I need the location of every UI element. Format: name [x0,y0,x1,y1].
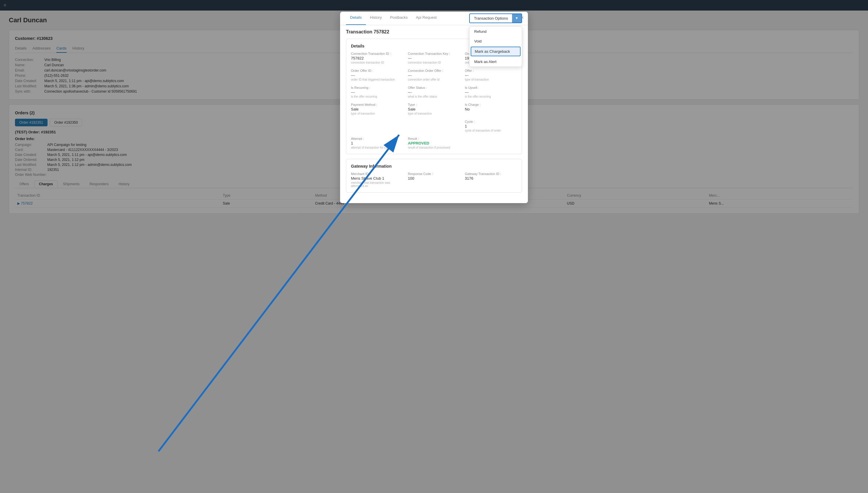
value-payment-method: Sale [351,107,403,111]
field-payment-method: Payment Method : Sale type of transactio… [351,103,403,115]
modal-title: Transaction 757822 [346,29,389,35]
value-gateway-trans-id: 3176 [465,176,517,180]
label-connection-trans-id: Connection Transaction ID : [351,52,403,56]
modal-tab-postbacks[interactable]: Postbacks [386,12,412,25]
sub-is-upsell: is the offer recurring [465,95,517,98]
label-gateway-trans-id: Gateway Transaction ID : [465,172,517,176]
label-offer-status: Offer Status : [408,86,460,89]
sub-offer-status: what is the offer status [408,95,460,98]
modal-tabs: Details History Postbacks Api Request Tr… [340,12,528,25]
field-attempt: Attempt : 1 attempt of transaction for c… [351,137,403,149]
sub-cycle: cycle of transaction of order [465,129,517,132]
value-is-recurring: --- [351,90,403,94]
value-offer-status: --- [408,90,460,94]
label-merchant-id: Merchant ID : [351,172,403,176]
sub-attempt: attempt of transaction for cycle [351,146,403,149]
field-cycle-placeholder1 [351,120,403,132]
field-response-code: Response Code : 100 [408,172,460,188]
label-connection-order-offer: Connection Order Offer : [408,69,460,72]
value-connection-order-offer: --- [408,73,460,78]
field-merchant-id: Merchant ID : Mens Shave Club 1 merchant… [351,172,403,188]
modal-tab-details[interactable]: Details [346,12,366,25]
value-cycle: 1 [465,124,517,128]
value-response-code: 100 [408,176,460,180]
field-gateway-trans-id: Gateway Transaction ID : 3176 [465,172,517,188]
label-attempt: Attempt : [351,137,403,141]
gateway-section-title: Gateway Information [351,164,517,169]
field-result: Result : APPROVED result of transaction … [408,137,460,149]
value-merchant-id: Mens Shave Club 1 [351,176,403,180]
field-cycle-placeholder2 [408,120,460,132]
value-attempt: 1 [351,141,403,145]
field-is-recurring: Is Recurring : --- is the offer recurrin… [351,86,403,98]
field-type: Type : Sale type of transaction [408,103,460,115]
dropdown-mark-alert[interactable]: Mark as Alert [469,57,522,66]
value-order-offer-id: --- [351,73,403,78]
label-response-code: Response Code : [408,172,460,176]
transaction-options-label: Transaction Options [470,14,512,23]
field-is-charge: Is Charge : No [465,103,517,115]
dropdown-void[interactable]: Void [469,36,522,46]
sub-result: result of transaction if processed [408,146,460,149]
label-type: Type : [408,103,460,106]
label-cycle: Cycle : [465,120,517,123]
transaction-options-chevron[interactable]: ▼ [512,14,522,23]
field-connection-order-offer: Connection Order Offer : --- connection … [408,69,460,81]
modal-tab-history[interactable]: History [366,12,386,25]
label-is-upsell: Is Upsell : [465,86,517,89]
field-cycle: Cycle : 1 cycle of transaction of order [465,120,517,132]
label-offer: Offer : [465,69,517,72]
value-offer: --- [465,73,517,78]
field-empty [465,137,517,149]
field-connection-trans-key: Connection Transaction Key : --- connect… [408,52,460,64]
field-connection-trans-id: Connection Transaction ID : 757822 conne… [351,52,403,64]
sub-offer: type of transaction [465,78,517,81]
field-offer-status: Offer Status : --- what is the offer sta… [408,86,460,98]
field-is-upsell: Is Upsell : --- is the offer recurring [465,86,517,98]
value-is-charge: No [465,107,517,111]
field-offer: Offer : --- type of transaction [465,69,517,81]
value-result: APPROVED [408,141,460,145]
sub-order-offer-id: order ID that triggered transaction [351,78,403,81]
label-order-offer-id: Order Offer ID : [351,69,403,72]
gateway-detail-grid: Merchant ID : Mens Shave Club 1 merchant… [351,172,517,188]
transaction-options-button[interactable]: Transaction Options ▼ [469,14,522,23]
sub-merchant-id: merchant that transaction was attempted … [351,181,403,188]
field-order-offer-id: Order Offer ID : --- order ID that trigg… [351,69,403,81]
dropdown-refund[interactable]: Refund [469,27,522,36]
value-connection-trans-id: 757822 [351,56,403,60]
modal: × Details History Postbacks Api Request … [340,12,528,203]
gateway-section: Gateway Information Merchant ID : Mens S… [346,159,522,193]
dropdown-menu: Refund Void Mark as Chargeback Mark as A… [469,26,522,67]
modal-tab-api-request[interactable]: Api Request [412,12,441,25]
label-is-charge: Is Charge : [465,103,517,106]
value-is-upsell: --- [465,90,517,94]
sub-is-recurring: is the offer recurring [351,95,403,98]
value-type: Sale [408,107,460,111]
label-payment-method: Payment Method : [351,103,403,106]
sub-connection-order-offer: connection order offer id [408,78,460,81]
value-connection-trans-key: --- [408,56,460,60]
label-connection-trans-key: Connection Transaction Key : [408,52,460,56]
label-result: Result : [408,137,460,141]
sub-connection-trans-id: connection transaction ID [351,61,403,64]
transaction-options-wrapper: Transaction Options ▼ [469,12,522,25]
dropdown-mark-chargeback[interactable]: Mark as Chargeback [471,47,521,56]
modal-close-button[interactable]: × [521,15,524,21]
modal-overlay: × Details History Postbacks Api Request … [0,0,868,493]
sub-payment-method: type of transaction [351,112,403,115]
sub-type: type of transaction [408,112,460,115]
sub-connection-trans-key: connection transaction ID [408,61,460,64]
label-is-recurring: Is Recurring : [351,86,403,89]
